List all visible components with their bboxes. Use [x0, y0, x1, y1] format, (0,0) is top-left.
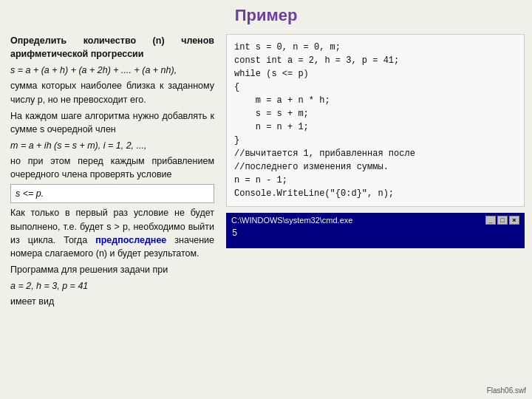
page-title: Пример [0, 0, 532, 30]
cmd-window: C:\WINDOWS\system32\cmd.exe _ □ × 5 [226, 213, 525, 248]
text3: но при этом перед каждым прибавлением оч… [10, 154, 214, 181]
text2: На каждом шаге алгоритма нужно добавлять… [10, 109, 214, 136]
flash-label: Flash06.swf [487, 386, 526, 395]
formula1: s = a + (a + h) + (a + 2h) + .... + (a +… [10, 64, 214, 77]
cmd-titlebar: C:\WINDOWS\system32\cmd.exe _ □ × [228, 214, 523, 226]
cmd-maximize-btn[interactable]: □ [497, 216, 508, 225]
problem-title: Определить количество (n) членов арифмет… [10, 34, 214, 61]
cmd-close-btn[interactable]: × [509, 216, 519, 225]
text4-colored: предпоследнее [95, 235, 166, 245]
cmd-titlebar-buttons: _ □ × [485, 216, 519, 225]
text4: Как только в первый раз условие не будет… [10, 206, 214, 260]
code-block: int s = 0, n = 0, m; const int a = 2, h … [226, 34, 525, 207]
text5: Программа для решения задачи при [10, 263, 214, 276]
condition-box: s <= p. [10, 184, 214, 203]
text1: сумма которых наиболее близка к заданном… [10, 79, 214, 106]
cmd-title-text: C:\WINDOWS\system32\cmd.exe [231, 216, 352, 225]
left-panel: Определить количество (n) членов арифмет… [0, 30, 222, 396]
text6: имеет вид [10, 295, 214, 308]
right-panel: int s = 0, n = 0, m; const int a = 2, h … [222, 30, 532, 396]
cmd-output: 5 [228, 226, 523, 247]
params: a = 2, h = 3, p = 41 [10, 279, 214, 293]
cmd-minimize-btn[interactable]: _ [485, 216, 496, 225]
formula2: m = a + ih (s = s + m), i = 1, 2, ..., [10, 139, 214, 152]
